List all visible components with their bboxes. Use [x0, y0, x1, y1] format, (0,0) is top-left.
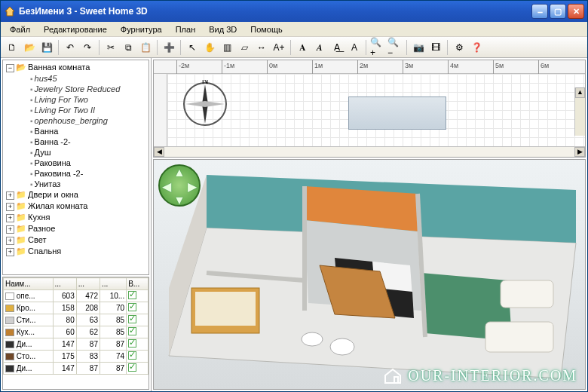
- cell-visible[interactable]: [127, 314, 149, 326]
- checkbox-checked-icon[interactable]: [128, 339, 136, 348]
- undo-icon[interactable]: ↶: [62, 39, 78, 56]
- text-icon[interactable]: A+: [271, 39, 287, 56]
- tree-folder-closed[interactable]: +📁Разное: [6, 223, 147, 234]
- scrollbar-vertical[interactable]: ▲: [574, 87, 585, 136]
- tree-folder-open[interactable]: −📂Ванная комната: [6, 62, 147, 73]
- checkbox-checked-icon[interactable]: [128, 315, 136, 323]
- table-row[interactable]: Ди...1478787: [4, 338, 149, 351]
- cut-icon[interactable]: ✂: [103, 39, 119, 56]
- menu-plan[interactable]: План: [170, 23, 202, 35]
- orbit-down-icon[interactable]: ▼: [173, 194, 185, 207]
- table-header[interactable]: В...: [127, 278, 149, 290]
- wall-icon[interactable]: ▥: [219, 39, 235, 56]
- import-furniture-icon[interactable]: ➕: [161, 39, 177, 56]
- menu-furniture[interactable]: Фурнитура: [115, 23, 168, 35]
- save-icon[interactable]: 💾: [38, 39, 55, 56]
- tree-item[interactable]: ▪Living For Two: [20, 94, 147, 105]
- scroll-up-icon[interactable]: ▲: [575, 87, 585, 98]
- plan-2d-view[interactable]: -2м-1м0м1м2м3м4м5м6м N ▲ ◀: [153, 60, 586, 158]
- minimize-button[interactable]: ‒: [531, 4, 548, 19]
- redo-icon[interactable]: ↷: [79, 39, 96, 56]
- paste-icon[interactable]: 📋: [137, 39, 154, 56]
- tree-item[interactable]: ▪hus45: [20, 73, 147, 84]
- tree-folder-closed[interactable]: +📁Спальня: [6, 246, 147, 257]
- tree-folder-closed[interactable]: +📁Свет: [6, 234, 147, 246]
- tree-item[interactable]: ▪openhouse_berging: [20, 115, 147, 126]
- expand-icon[interactable]: +: [6, 191, 14, 200]
- tree-folder-closed[interactable]: +📁Двери и окна: [6, 189, 147, 201]
- table-header[interactable]: ...: [53, 278, 76, 290]
- table-row[interactable]: Ди...1478787: [4, 363, 149, 375]
- video-icon[interactable]: 🎞: [427, 39, 444, 56]
- close-button[interactable]: ✕: [568, 4, 584, 19]
- tree-item[interactable]: ▪Раковина -2-: [20, 168, 147, 179]
- checkbox-checked-icon[interactable]: [128, 363, 136, 372]
- tree-item[interactable]: ▪Душ: [20, 147, 147, 158]
- font-increase-icon[interactable]: A͟: [329, 39, 345, 56]
- checkbox-checked-icon[interactable]: [128, 303, 136, 311]
- expand-icon[interactable]: +: [6, 203, 14, 211]
- tree-item[interactable]: ▪Ванна: [20, 126, 147, 136]
- room-icon[interactable]: ▱: [236, 39, 253, 56]
- cell-visible[interactable]: [127, 338, 149, 351]
- cell-visible[interactable]: [127, 290, 149, 302]
- table-row[interactable]: Кух...606285: [4, 326, 149, 338]
- nav-orbit-control[interactable]: ▲ ◀ ▶ ▼: [158, 164, 201, 207]
- tree-item[interactable]: ▪Раковина: [20, 158, 147, 168]
- pan-icon[interactable]: ✋: [201, 39, 218, 56]
- photo-icon[interactable]: 📷: [410, 39, 427, 56]
- orbit-left-icon[interactable]: ◀: [162, 179, 171, 194]
- plan-canvas[interactable]: N: [167, 74, 585, 146]
- table-header[interactable]: ...: [100, 278, 126, 290]
- furniture-table[interactable]: Наим............В... опе...60347210... К…: [2, 277, 149, 390]
- table-row[interactable]: Сти...806385: [4, 314, 149, 326]
- bold-icon[interactable]: 𝐀: [294, 39, 311, 56]
- menu-help[interactable]: Помощь: [244, 23, 289, 35]
- expand-icon[interactable]: +: [6, 225, 14, 234]
- checkbox-checked-icon[interactable]: [128, 351, 136, 360]
- view-3d[interactable]: ▲ ◀ ▶ ▼ OUR-INTERIOR.COM: [153, 159, 586, 390]
- help-icon[interactable]: ❓: [468, 39, 485, 56]
- scroll-track[interactable]: [164, 147, 574, 157]
- tree-item[interactable]: ▪Living For Two II: [20, 105, 147, 115]
- open-icon[interactable]: 📂: [21, 39, 38, 56]
- maximize-button[interactable]: ▢: [550, 4, 566, 19]
- copy-icon[interactable]: ⧉: [120, 39, 136, 56]
- table-row[interactable]: опе...60347210...: [4, 290, 149, 302]
- cell-visible[interactable]: [127, 363, 149, 375]
- tree-item[interactable]: ▪Унитаз: [20, 179, 147, 189]
- expand-icon[interactable]: +: [6, 237, 14, 245]
- table-header[interactable]: ...: [76, 278, 100, 290]
- collapse-icon[interactable]: −: [6, 64, 14, 72]
- checkbox-checked-icon[interactable]: [128, 327, 136, 335]
- font-decrease-icon[interactable]: A: [346, 39, 363, 56]
- italic-icon[interactable]: 𝑨: [311, 39, 328, 56]
- checkbox-checked-icon[interactable]: [128, 291, 136, 299]
- menu-3dview[interactable]: Вид 3D: [203, 23, 243, 35]
- orbit-up-icon[interactable]: ▲: [173, 166, 185, 179]
- preferences-icon[interactable]: ⚙: [451, 39, 467, 56]
- cell-visible[interactable]: [127, 326, 149, 338]
- tree-item[interactable]: ▪Jewelry Store Reduced: [20, 84, 147, 94]
- dimension-icon[interactable]: ↔: [253, 39, 270, 56]
- scrollbar-horizontal[interactable]: ◀ ▶: [154, 146, 585, 157]
- cell-visible[interactable]: [127, 302, 149, 314]
- menu-file[interactable]: Файл: [4, 23, 36, 35]
- plan-model-thumb[interactable]: [348, 96, 446, 130]
- orbit-right-icon[interactable]: ▶: [188, 179, 197, 194]
- cell-visible[interactable]: [127, 351, 149, 363]
- compass-icon[interactable]: N: [181, 80, 229, 128]
- tree-folder-closed[interactable]: +📁Жилая комната: [6, 201, 147, 212]
- expand-icon[interactable]: +: [6, 214, 14, 222]
- new-file-icon[interactable]: 🗋: [4, 39, 20, 56]
- scroll-left-icon[interactable]: ◀: [154, 147, 164, 157]
- tree-folder-closed[interactable]: +📁Кухня: [6, 212, 147, 223]
- select-icon[interactable]: ↖: [184, 39, 201, 56]
- tree-item[interactable]: ▪Ванна -2-: [20, 136, 147, 147]
- catalog-tree[interactable]: −📂Ванная комната▪hus45▪Jewelry Store Red…: [2, 60, 149, 275]
- zoom-in-icon[interactable]: 🔍+: [369, 39, 386, 56]
- zoom-out-icon[interactable]: 🔍−: [387, 39, 403, 56]
- scroll-right-icon[interactable]: ▶: [574, 147, 585, 157]
- table-row[interactable]: Кро...15820870: [4, 302, 149, 314]
- expand-icon[interactable]: +: [6, 248, 14, 256]
